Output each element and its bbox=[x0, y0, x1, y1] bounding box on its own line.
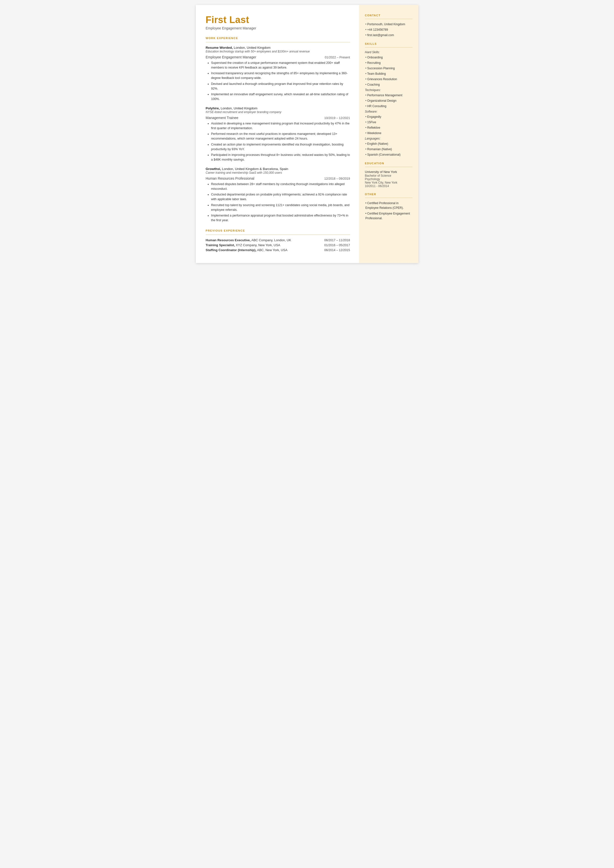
edu-field: Psychology bbox=[365, 177, 412, 181]
prev-exp-left-0: Human Resources Executive, ABC Company, … bbox=[206, 238, 291, 242]
lang-spanish: Spanish (Conversational) bbox=[365, 152, 412, 157]
role-title-eem: Employee Engagement Manager bbox=[206, 55, 256, 59]
contact-email: first.last@gmail.com bbox=[365, 33, 412, 37]
role-line-hrp: Human Resources Professional 12/2018 – 0… bbox=[206, 176, 350, 180]
skill-reflektive: Reflektive bbox=[365, 126, 412, 130]
skills-header: SKILLS bbox=[365, 42, 412, 45]
company-block-growthsi: Growthsi, London, United Kingdom & Barce… bbox=[206, 167, 350, 223]
education-divider bbox=[365, 167, 412, 167]
edu-entry-0: University of New York Bachelor of Scien… bbox=[365, 170, 412, 188]
other-block: OTHER Certified Professional in Employee… bbox=[365, 193, 412, 220]
role-dates-hrp: 12/2018 – 09/2019 bbox=[324, 177, 350, 180]
techniques-subheader: Techniques: bbox=[365, 89, 412, 92]
lang-english: English (Native) bbox=[365, 141, 412, 146]
prev-exp-row-2: Staffing Coordinator (Internship), ABC, … bbox=[206, 248, 350, 252]
contact-block: CONTACT Portsmouth, United Kingdom +44 1… bbox=[365, 14, 412, 37]
contact-header: CONTACT bbox=[365, 14, 412, 17]
role-dates-eem: 01/2022 – Present bbox=[325, 56, 350, 59]
skill-team-building: Team Building bbox=[365, 71, 412, 76]
sidebar-column: CONTACT Portsmouth, United Kingdom +44 1… bbox=[359, 5, 419, 263]
skill-hr-consulting: HR Consulting bbox=[365, 104, 412, 109]
prev-exp-row-1: Training Specialist, XYZ Company, New Yo… bbox=[206, 243, 350, 247]
bullet-item: Resolved disputes between 28+ staff memb… bbox=[207, 182, 350, 191]
other-item-0: Certified Professional in Employee Relat… bbox=[365, 201, 412, 210]
skill-weekdone: Weekdone bbox=[365, 131, 412, 135]
edu-degree: Bachelor of Science bbox=[365, 174, 412, 177]
skill-engagedly: Engagedly bbox=[365, 115, 412, 119]
other-header: OTHER bbox=[365, 193, 412, 196]
skill-org-design: Organizational Design bbox=[365, 98, 412, 103]
edu-location: New York City, New York bbox=[365, 181, 412, 184]
bullets-hrp: Resolved disputes between 28+ staff memb… bbox=[206, 182, 350, 223]
skills-block: SKILLS Hard Skills: Onboarding Recruitin… bbox=[365, 42, 412, 157]
company-name-growthsi: Growthsi, London, United Kingdom & Barce… bbox=[206, 167, 350, 171]
bullet-item: Implemented a performance appraisal prog… bbox=[207, 213, 350, 223]
languages-subheader: Languages: bbox=[365, 137, 412, 140]
education-block: EDUCATION University of New York Bachelo… bbox=[365, 162, 412, 188]
role-title-hrp: Human Resources Professional bbox=[206, 176, 254, 180]
main-column: First Last Employee Engagement Manager W… bbox=[196, 5, 359, 263]
full-name: First Last bbox=[206, 15, 350, 25]
hard-skills-subheader: Hard Skills: bbox=[365, 50, 412, 54]
prev-exp-left-1: Training Specialist, XYZ Company, New Yo… bbox=[206, 243, 281, 247]
lang-romanian: Romanian (Native) bbox=[365, 147, 412, 151]
software-subheader: Software: bbox=[365, 110, 412, 113]
company-name-resumeworded: Resume Worded, London, United Kingdom bbox=[206, 46, 350, 50]
edu-dates: 10/2011 - 06/2014 bbox=[365, 184, 412, 188]
company-desc-growthsi: Career training and membership SaaS with… bbox=[206, 171, 350, 174]
company-desc-polyhire: NYSE-listed recruitment and employer bra… bbox=[206, 110, 350, 114]
role-line-eem: Employee Engagement Manager 01/2022 – Pr… bbox=[206, 55, 350, 59]
other-text: Certified Professional in Employee Relat… bbox=[365, 201, 412, 220]
bullet-item: Supervised the creation of a unique perf… bbox=[207, 61, 350, 70]
prev-exp-left-2: Staffing Coordinator (Internship), ABC, … bbox=[206, 248, 288, 252]
role-title-mt: Management Trainee bbox=[206, 116, 239, 120]
name-title-block: First Last Employee Engagement Manager bbox=[206, 15, 350, 30]
prev-exp-right-2: 06/2014 – 12/2015 bbox=[324, 248, 350, 252]
work-experience-divider bbox=[206, 42, 350, 42]
prev-exp-right-0: 06/2017 – 11/2018 bbox=[324, 239, 350, 242]
contact-phone: +44 123456789 bbox=[365, 28, 412, 32]
company-block-resumeworded: Resume Worded, London, United Kingdom Ed… bbox=[206, 46, 350, 101]
skill-perf-mgmt: Performance Management bbox=[365, 93, 412, 98]
company-desc-resumeworded: Education technology startup with 50+ em… bbox=[206, 50, 350, 53]
bullet-item: Recruited top talent by sourcing and scr… bbox=[207, 203, 350, 212]
skill-recruiting: Recruiting bbox=[365, 61, 412, 65]
bullet-item: Conducted departmental probes on probabl… bbox=[207, 192, 350, 202]
job-title: Employee Engagement Manager bbox=[206, 26, 350, 30]
skill-coaching: Coaching bbox=[365, 82, 412, 87]
previous-experience-header: PREVIOUS EXPERIENCE bbox=[206, 229, 350, 232]
bullet-item: Devised and launched a thorough onboardi… bbox=[207, 82, 350, 91]
resume-container: First Last Employee Engagement Manager W… bbox=[196, 5, 419, 263]
company-name-polyhire: Polyhire, London, United Kingdom bbox=[206, 106, 350, 110]
skill-succession-planning: Succession Planning bbox=[365, 66, 412, 70]
prev-exp-row-0: Human Resources Executive, ABC Company, … bbox=[206, 238, 350, 242]
other-item-1: Certified Employee Engagement Profession… bbox=[365, 211, 412, 220]
bullets-mt: Assisted in developing a new management … bbox=[206, 121, 350, 162]
bullet-item: Created an action plan to implement impr… bbox=[207, 142, 350, 152]
bullet-item: Assisted in developing a new management … bbox=[207, 121, 350, 130]
role-line-mt: Management Trainee 10/2019 – 12/2021 bbox=[206, 116, 350, 120]
company-block-polyhire: Polyhire, London, United Kingdom NYSE-li… bbox=[206, 106, 350, 162]
edu-school-name: University of New York bbox=[365, 170, 412, 174]
bullet-item: Increased transparency around recognizin… bbox=[207, 71, 350, 81]
skill-onboarding: Onboarding bbox=[365, 55, 412, 60]
bullet-item: Participated in improving processes thro… bbox=[207, 153, 350, 162]
previous-experience-divider bbox=[206, 234, 350, 235]
skill-15five: 15Five bbox=[365, 120, 412, 124]
skills-divider bbox=[365, 47, 412, 48]
prev-exp-right-1: 01/2016 – 05/2017 bbox=[324, 244, 350, 247]
bullet-item: Performed research on the most useful pr… bbox=[207, 132, 350, 141]
work-experience-header: WORK EXPERIENCE bbox=[206, 37, 350, 40]
role-dates-mt: 10/2019 – 12/2021 bbox=[324, 116, 350, 120]
skill-grievances: Grievances Resolution bbox=[365, 77, 412, 81]
bullets-eem: Supervised the creation of a unique perf… bbox=[206, 61, 350, 101]
education-header: EDUCATION bbox=[365, 162, 412, 165]
contact-address: Portsmouth, United Kingdom bbox=[365, 22, 412, 26]
bullet-item: Implemented an innovative staff engageme… bbox=[207, 92, 350, 101]
